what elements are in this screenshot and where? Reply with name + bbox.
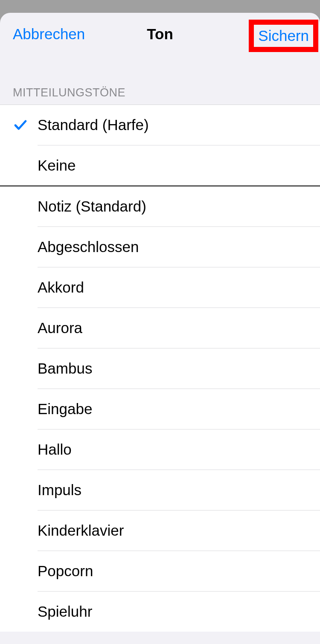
tone-label: Abgeschlossen bbox=[38, 228, 320, 266]
page-title: Ton bbox=[147, 26, 173, 43]
tone-row[interactable]: Impuls bbox=[0, 470, 320, 510]
tone-row[interactable]: Abgeschlossen bbox=[0, 227, 320, 267]
save-button[interactable]: Sichern bbox=[258, 27, 309, 44]
modal-sheet: Abbrechen Ton Sichern Mitteilungstöne St… bbox=[0, 13, 320, 644]
checkmark-icon bbox=[13, 117, 38, 133]
tone-label: Popcorn bbox=[38, 552, 320, 590]
tone-row[interactable]: Eingabe bbox=[0, 389, 320, 429]
tone-label: Hallo bbox=[38, 431, 320, 468]
tone-label: Notiz (Standard) bbox=[38, 188, 320, 225]
section-header-notification-tones: Mitteilungstöne bbox=[0, 55, 320, 104]
tone-row[interactable]: Notiz (Standard) bbox=[0, 186, 320, 226]
tone-row[interactable]: Spieluhr bbox=[0, 592, 320, 632]
tone-list: Standard (Harfe) Keine Notiz (Standard) … bbox=[0, 104, 320, 632]
tone-label: Standard (Harfe) bbox=[38, 106, 320, 144]
tone-row[interactable]: Popcorn bbox=[0, 551, 320, 591]
tone-label: Bambus bbox=[38, 350, 320, 387]
tone-label: Kinderklavier bbox=[38, 512, 320, 549]
tone-row[interactable]: Akkord bbox=[0, 267, 320, 307]
tone-label: Aurora bbox=[38, 309, 320, 347]
cancel-button[interactable]: Abbrechen bbox=[13, 26, 85, 43]
tone-label: Keine bbox=[38, 147, 320, 184]
tone-row[interactable]: Bambus bbox=[0, 348, 320, 389]
tone-label: Akkord bbox=[38, 269, 320, 306]
tone-row[interactable]: Aurora bbox=[0, 308, 320, 348]
tone-row[interactable]: Kinderklavier bbox=[0, 511, 320, 551]
tone-row-standard[interactable]: Standard (Harfe) bbox=[0, 105, 320, 145]
tone-label: Eingabe bbox=[38, 390, 320, 428]
tone-row[interactable]: Hallo bbox=[0, 429, 320, 470]
tone-row-none[interactable]: Keine bbox=[0, 145, 320, 186]
tone-label: Impuls bbox=[38, 471, 320, 509]
nav-bar: Abbrechen Ton Sichern bbox=[0, 13, 320, 55]
tone-label: Spieluhr bbox=[38, 593, 320, 630]
save-highlight-box: Sichern bbox=[249, 20, 318, 52]
